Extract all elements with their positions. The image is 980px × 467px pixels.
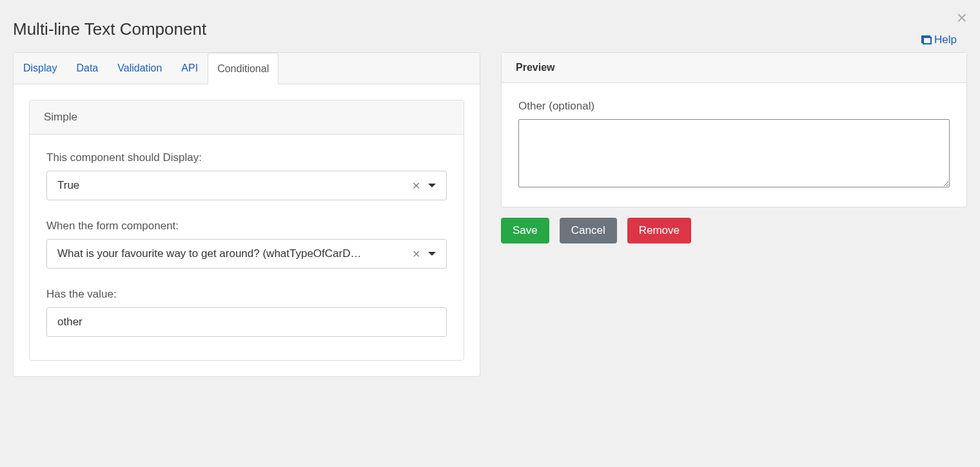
preview-card: Preview Other (optional) — [501, 52, 967, 207]
settings-panel: Display Data Validation API Conditional … — [13, 52, 480, 377]
display-select[interactable]: True ✕ — [46, 171, 447, 200]
value-label: Has the value: — [46, 288, 447, 301]
chevron-down-icon — [428, 184, 436, 187]
clear-x-icon: ✕ — [412, 249, 420, 260]
value-form-group: Has the value: — [46, 288, 447, 337]
card-body: This component should Display: True ✕ Wh… — [30, 135, 464, 360]
value-input[interactable] — [46, 307, 447, 337]
card-header: Simple — [30, 100, 464, 135]
tab-data[interactable]: Data — [66, 53, 108, 84]
when-clear-button[interactable]: ✕ — [412, 248, 420, 260]
chevron-down-icon — [428, 252, 436, 256]
help-link[interactable]: Help — [921, 33, 957, 46]
preview-header: Preview — [502, 53, 966, 83]
when-label: When the form component: — [46, 220, 447, 233]
clear-x-icon: ✕ — [412, 180, 420, 191]
button-row: Save Cancel Remove — [501, 218, 967, 243]
preview-field-label: Other (optional) — [518, 100, 950, 113]
display-form-group: This component should Display: True ✕ — [46, 151, 447, 200]
help-label: Help — [934, 33, 957, 46]
cancel-button[interactable]: Cancel — [560, 218, 617, 243]
tab-validation[interactable]: Validation — [108, 53, 172, 84]
display-clear-button[interactable]: ✕ — [412, 180, 420, 192]
preview-panel: Preview Other (optional) Save Cancel Rem… — [501, 52, 967, 377]
when-form-group: When the form component: What is your fa… — [46, 220, 447, 269]
save-button[interactable]: Save — [501, 218, 549, 243]
when-select[interactable]: What is your favourite way to get around… — [46, 239, 447, 269]
display-select-value: True — [57, 179, 412, 192]
tabs-nav: Display Data Validation API Conditional — [14, 53, 480, 84]
tab-api[interactable]: API — [172, 53, 208, 84]
content-row: Display Data Validation API Conditional … — [0, 52, 980, 390]
restore-windows-icon — [921, 35, 932, 44]
preview-textarea[interactable] — [518, 119, 950, 187]
component-settings-modal: × Multi-line Text Component Help Display… — [0, 0, 980, 467]
preview-body: Other (optional) — [502, 83, 966, 207]
display-label: This component should Display: — [46, 151, 447, 164]
simple-conditional-card: Simple This component should Display: Tr… — [29, 100, 464, 361]
modal-title: Multi-line Text Component — [13, 19, 967, 39]
tab-content: Simple This component should Display: Tr… — [14, 84, 480, 376]
modal-header: Multi-line Text Component Help — [0, 0, 980, 52]
tab-conditional[interactable]: Conditional — [208, 53, 279, 84]
when-select-value: What is your favourite way to get around… — [57, 247, 412, 260]
remove-button[interactable]: Remove — [627, 218, 691, 243]
tab-display[interactable]: Display — [14, 53, 66, 84]
